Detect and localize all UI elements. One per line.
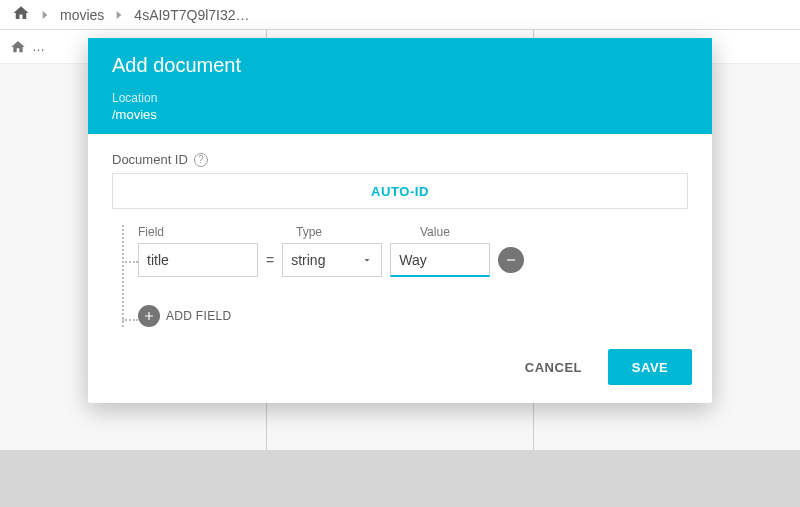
modal-overlay: Add document Location /movies Document I… xyxy=(0,0,800,507)
field-type-select[interactable]: string xyxy=(282,243,382,277)
add-field-label: ADD FIELD xyxy=(166,309,231,323)
modal-actions: CANCEL SAVE xyxy=(88,337,712,403)
modal-location-label: Location xyxy=(112,91,688,105)
modal-header: Add document Location /movies xyxy=(88,38,712,134)
cancel-button[interactable]: CANCEL xyxy=(511,349,596,385)
field-value-input[interactable] xyxy=(390,243,490,277)
field-type-value: string xyxy=(291,252,325,268)
field-name-input[interactable] xyxy=(138,243,258,277)
minus-icon xyxy=(504,253,518,267)
equals-sign: = xyxy=(266,252,274,268)
save-button[interactable]: SAVE xyxy=(608,349,692,385)
document-id-input[interactable]: AUTO-ID xyxy=(112,173,688,209)
fields-tree: Field Type Value = string xyxy=(112,225,688,327)
plus-icon xyxy=(138,305,160,327)
document-id-label: Document ID ? xyxy=(112,152,688,167)
remove-field-button[interactable] xyxy=(498,247,524,273)
svg-rect-6 xyxy=(507,259,515,260)
auto-id-button[interactable]: AUTO-ID xyxy=(123,184,677,199)
dropdown-icon xyxy=(361,254,373,266)
label-field: Field xyxy=(138,225,258,239)
modal-location-value: /movies xyxy=(112,107,688,122)
help-icon[interactable]: ? xyxy=(194,153,208,167)
add-document-modal: Add document Location /movies Document I… xyxy=(88,38,712,403)
label-value: Value xyxy=(420,225,520,239)
add-field-button[interactable]: ADD FIELD xyxy=(138,305,688,327)
modal-body: Document ID ? AUTO-ID Field Type Value = xyxy=(88,134,712,337)
label-type: Type xyxy=(296,225,396,239)
field-row: = string xyxy=(138,243,688,277)
field-column-labels: Field Type Value xyxy=(138,225,688,239)
modal-title: Add document xyxy=(112,54,688,77)
